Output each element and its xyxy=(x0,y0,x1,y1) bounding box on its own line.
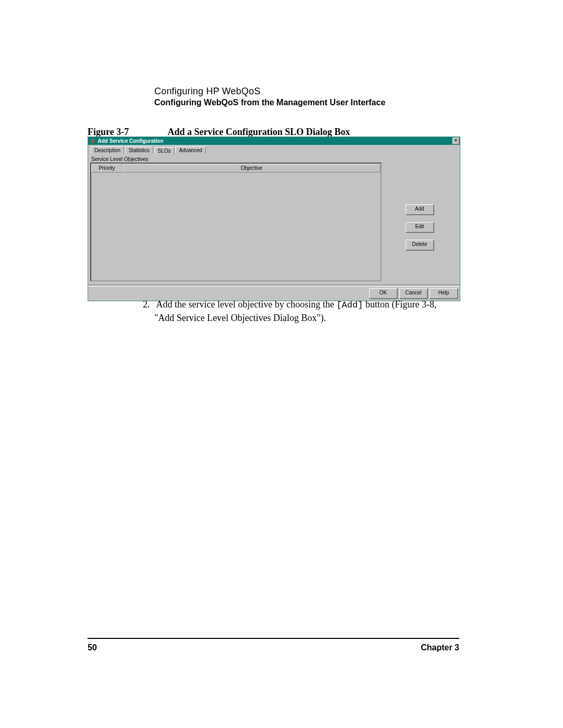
tab-advanced[interactable]: Advanced xyxy=(175,146,205,154)
chapter-label: Chapter 3 xyxy=(421,643,459,652)
slo-side-buttons: Add Edit Delete xyxy=(382,163,458,257)
cancel-button[interactable]: Cancel xyxy=(399,288,427,299)
figure-caption: Figure 3-7 Add a Service Configuration S… xyxy=(88,127,350,138)
header-subsection-title: Configuring WebQoS from the Management U… xyxy=(154,98,478,107)
figure-title: Add a Service Configuration SLO Dialog B… xyxy=(168,127,350,137)
tab-description[interactable]: Description xyxy=(91,146,124,154)
java-cup-icon xyxy=(90,138,95,143)
add-button[interactable]: Add xyxy=(406,204,434,215)
dialog-tabs: Description Statistics SLOs Advanced xyxy=(88,145,460,154)
step-number: 2. xyxy=(143,298,154,311)
step-text: 2. Add the service level objective by ch… xyxy=(154,298,457,324)
column-objective[interactable]: Objective xyxy=(123,164,381,172)
help-button[interactable]: Help xyxy=(430,288,458,299)
figure-label: Figure 3-7 xyxy=(88,127,166,138)
panel-label: Service Level Objectives xyxy=(88,154,460,163)
page-footer: 50 Chapter 3 xyxy=(88,638,459,652)
edit-button[interactable]: Edit xyxy=(406,222,434,232)
page-header: Configuring HP WebQoS Configuring WebQoS… xyxy=(154,86,478,107)
delete-button[interactable]: Delete xyxy=(406,240,434,250)
step-text-before: Add the service level objective by choos… xyxy=(156,299,337,310)
tab-slos[interactable]: SLOs xyxy=(154,147,175,155)
slo-panel: Priority Objective Add Edit Delete xyxy=(88,163,460,283)
add-service-config-dialog: Add Service Configuration × Description … xyxy=(88,137,460,301)
header-section-title: Configuring HP WebQoS xyxy=(154,86,478,97)
column-priority[interactable]: Priority xyxy=(91,164,123,172)
close-icon[interactable]: × xyxy=(452,138,459,144)
page-number: 50 xyxy=(88,643,97,652)
dialog-title: Add Service Configuration xyxy=(97,138,163,144)
slo-list[interactable]: Priority Objective xyxy=(90,163,382,281)
step-text-mono: [Add] xyxy=(336,300,363,310)
dialog-titlebar[interactable]: Add Service Configuration × xyxy=(88,137,460,145)
slo-list-header: Priority Objective xyxy=(91,164,381,172)
ok-button[interactable]: OK xyxy=(369,288,397,299)
tab-statistics[interactable]: Statistics xyxy=(125,146,153,154)
